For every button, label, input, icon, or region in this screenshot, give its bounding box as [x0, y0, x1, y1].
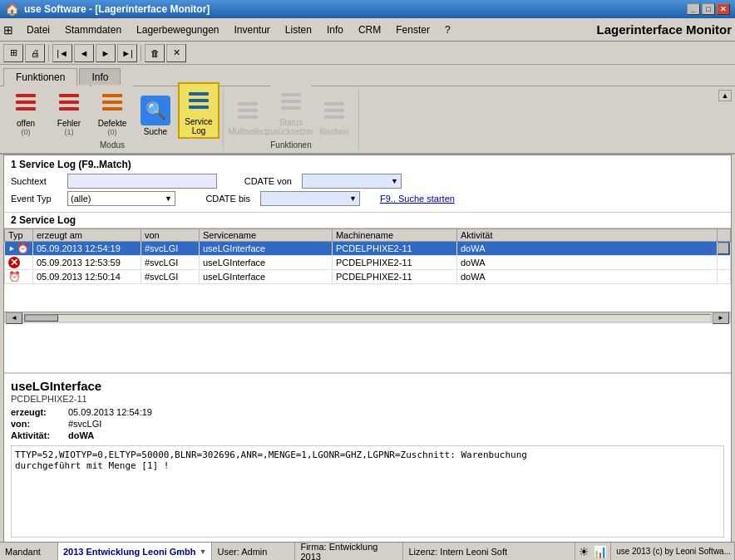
col-typ: Typ	[5, 229, 33, 242]
h-scrollbar-thumb[interactable]	[25, 315, 58, 322]
rib-btn-fehler[interactable]: Fehler (1)	[48, 85, 90, 139]
event-typ-value: (alle)	[71, 194, 91, 204]
rib-btn-multiselect[interactable]: Multiselect	[227, 93, 269, 139]
suche-label: Suche	[144, 127, 167, 136]
cdate-von-input[interactable]: ▼	[302, 174, 402, 189]
title-bar-controls[interactable]: _ □ ✕	[687, 3, 730, 15]
status-company[interactable]: 2013 Entwicklung Leoni Gmbh ▼	[58, 543, 212, 560]
toolbar-btn-2[interactable]: 🖨	[25, 44, 45, 62]
von-key: von:	[11, 419, 65, 429]
rib-btn-suche[interactable]: 🔍 Suche	[135, 93, 176, 139]
col-machine: Machinename	[332, 229, 456, 242]
col-scroll-placeholder	[718, 229, 731, 242]
tab-funktionen[interactable]: Funktionen	[3, 68, 77, 86]
toolbar-btn-1[interactable]: ⊞	[3, 44, 23, 62]
rib-btn-defekte[interactable]: Defekte (0)	[91, 85, 133, 139]
toolbar-area: ⊞ 🖨 |◄ ◄ ► ►| 🗑 ✕	[0, 42, 735, 65]
offen-sublabel: (0)	[22, 128, 31, 136]
menu-datei[interactable]: Datei	[20, 22, 57, 37]
cell-machine: PCDELPHIXE2-11	[332, 242, 456, 256]
menu-listen[interactable]: Listen	[279, 22, 318, 37]
defekte-icon	[97, 87, 127, 117]
f9-search-btn[interactable]: F9.. Suche starten	[380, 194, 455, 204]
search-row-1: Suchtext CDATE von ▼	[11, 174, 724, 189]
detail-row-aktivitaet: Aktivität: doWA	[11, 430, 724, 440]
rib-btn-loeschen[interactable]: löschen	[313, 93, 355, 139]
ribbon: offen (0) Fehler (1)	[0, 86, 735, 155]
servicelog-label: ServiceLog	[185, 117, 212, 135]
app-grid-icon: ⊞	[3, 23, 13, 37]
cell-service: useLGInterface	[199, 270, 332, 284]
menu-help[interactable]: ?	[438, 22, 457, 37]
maximize-button[interactable]: □	[702, 3, 715, 15]
ribbon-collapse-btn[interactable]: ▲	[718, 90, 732, 101]
log-section-title: 2 Service Log	[4, 213, 731, 228]
rib-btn-status-zuruck[interactable]: Statuszurücksetzen	[270, 84, 312, 139]
cdate-von-arrow: ▼	[391, 177, 398, 185]
fehler-icon	[54, 87, 84, 117]
funktionen-group-label: Funktionen	[270, 140, 311, 150]
lagerinterface-title: Lagerinterface Monitor	[596, 22, 732, 37]
servicelog-icon	[184, 86, 214, 115]
cell-service: useLGInterface	[199, 242, 332, 256]
search-icon: 🔍	[141, 96, 170, 125]
ribbon-modus-buttons: offen (0) Fehler (1)	[5, 82, 220, 139]
event-typ-arrow: ▼	[165, 194, 172, 203]
status-bar: Mandant 2013 Entwicklung Leoni Gmbh ▼ Us…	[0, 542, 735, 560]
menu-lagerbewegungen[interactable]: Lagerbewegungen	[130, 22, 225, 37]
col-erzeugt: erzeugt am	[32, 229, 141, 242]
search-section-title: 1 Service Log (F9..Match)	[11, 159, 724, 170]
cell-aktivitaet: doWA	[456, 270, 717, 284]
status-user: User: Admin	[212, 543, 295, 560]
status-chart-icon: 📊	[593, 545, 607, 558]
toolbar-sep-1	[48, 45, 49, 61]
toolbar-delete[interactable]: 🗑	[145, 44, 165, 62]
minimize-button[interactable]: _	[687, 3, 700, 15]
cell-scroll	[718, 256, 731, 270]
scroll-left-btn[interactable]: ◄	[6, 312, 22, 324]
menu-fenster[interactable]: Fenster	[389, 22, 437, 37]
log-table-wrap[interactable]: Typ erzeugt am von Servicename Machinena…	[4, 228, 731, 312]
log-table-row[interactable]: ⏰05.09.2013 12:50:14#svcLGIuseLGInterfac…	[5, 270, 731, 284]
status-mandant: Mandant	[0, 543, 58, 560]
cell-service: useLGInterface	[199, 256, 332, 270]
log-table-row[interactable]: ►⏰05.09.2013 12:54:19#svcLGIuseLGInterfa…	[5, 242, 731, 256]
toolbar-nav-next[interactable]: ►	[96, 44, 116, 62]
window-title: use Software - [Lagerinterface Monitor]	[24, 3, 210, 15]
h-scrollbar[interactable]: ◄ ►	[4, 312, 731, 323]
rib-btn-offen[interactable]: offen (0)	[5, 85, 47, 139]
toolbar-nav-prev[interactable]: ◄	[74, 44, 94, 62]
status-company-text: 2013 Entwicklung Leoni Gmbh	[63, 547, 196, 557]
menu-crm[interactable]: CRM	[352, 22, 387, 37]
defekte-label: Defekte	[98, 119, 126, 128]
cell-erzeugt: 05.09.2013 12:54:19	[32, 242, 141, 256]
loeschen-label: löschen	[320, 127, 348, 136]
search-row-2: Event Typ (alle) ▼ CDATE bis ▼ F9.. Such…	[11, 191, 724, 206]
aktivitaet-val: doWA	[68, 430, 94, 440]
suchtext-input[interactable]	[67, 174, 217, 189]
cell-typ: ✕	[5, 256, 33, 270]
menu-inventur[interactable]: Inventur	[227, 22, 276, 37]
close-button[interactable]: ✕	[717, 3, 730, 15]
toolbar-cancel[interactable]: ✕	[166, 44, 186, 62]
ribbon-funktionen-buttons: Multiselect Statuszurücksetzen	[227, 84, 355, 139]
toolbar-nav-end[interactable]: ►|	[117, 44, 137, 62]
cell-von: #svcLGI	[141, 242, 199, 256]
event-typ-dropdown[interactable]: (alle) ▼	[67, 191, 175, 206]
multiselect-label: Multiselect	[228, 127, 267, 136]
log-table-row[interactable]: ✕05.09.2013 12:53:59#svcLGIuseLGInterfac…	[5, 256, 731, 270]
log-tbody: ►⏰05.09.2013 12:54:19#svcLGIuseLGInterfa…	[5, 242, 731, 284]
status-company-arrow[interactable]: ▼	[200, 548, 207, 556]
main-content: 1 Service Log (F9..Match) Suchtext CDATE…	[3, 155, 732, 543]
cdate-bis-label: CDATE bis	[195, 194, 254, 204]
menu-stammdaten[interactable]: Stammdaten	[58, 22, 128, 37]
log-text-area[interactable]: TTYP=52,WIOTYP=0,ELTYP=50000,BLNR=302696…	[11, 445, 724, 538]
menu-info[interactable]: Info	[320, 22, 350, 37]
cell-von: #svcLGI	[141, 270, 199, 284]
toolbar-nav-start[interactable]: |◄	[52, 44, 72, 62]
rib-btn-servicelog[interactable]: ServiceLog	[178, 82, 220, 139]
status-zuruck-label: Statuszurücksetzen	[267, 118, 316, 136]
cdate-bis-input[interactable]: ▼	[260, 191, 360, 206]
h-scrollbar-track[interactable]	[24, 314, 711, 322]
scroll-right-btn[interactable]: ►	[713, 312, 729, 324]
